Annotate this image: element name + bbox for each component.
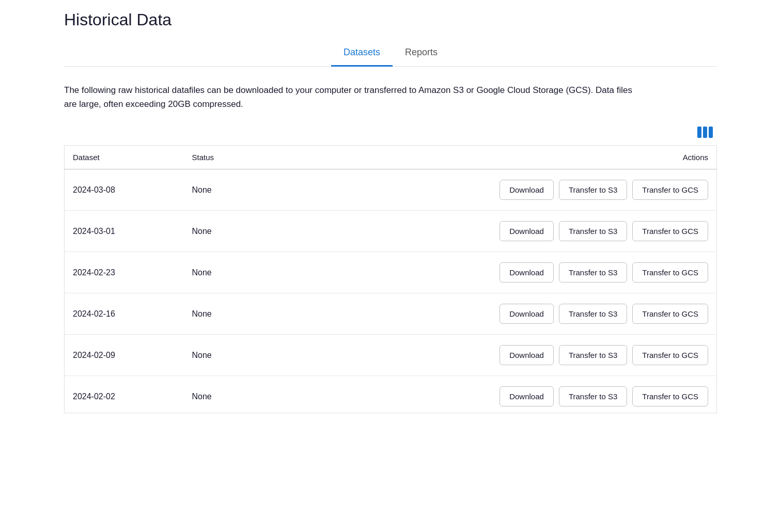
dataset-date: 2024-02-02 <box>65 376 184 413</box>
actions-cell: DownloadTransfer to S3Transfer to GCS <box>270 221 708 241</box>
dataset-date: 2024-03-01 <box>65 211 184 252</box>
transfer-gcs-button[interactable]: Transfer to GCS <box>632 304 708 324</box>
download-button[interactable]: Download <box>499 180 554 200</box>
tabs-bar: Datasets Reports <box>64 42 717 67</box>
table-header-row: Dataset Status Actions <box>65 146 717 169</box>
table-row: 2024-02-23NoneDownloadTransfer to S3Tran… <box>65 252 717 293</box>
dataset-status: None <box>183 335 261 376</box>
page-container: Historical Data Datasets Reports The fol… <box>52 0 729 424</box>
dataset-date: 2024-02-16 <box>65 293 184 335</box>
transfer-s3-button[interactable]: Transfer to S3 <box>559 345 627 365</box>
table-row: 2024-02-02NoneDownloadTransfer to S3Tran… <box>65 376 717 413</box>
download-button[interactable]: Download <box>499 262 554 283</box>
toolbar <box>64 123 717 141</box>
dataset-status: None <box>183 169 261 211</box>
transfer-s3-button[interactable]: Transfer to S3 <box>559 386 627 406</box>
col-header-status: Status <box>183 146 261 169</box>
tab-datasets[interactable]: Datasets <box>331 42 393 67</box>
transfer-s3-button[interactable]: Transfer to S3 <box>559 180 627 200</box>
download-button[interactable]: Download <box>499 386 554 406</box>
download-button[interactable]: Download <box>499 345 554 365</box>
col-header-actions: Actions <box>261 146 716 169</box>
actions-cell: DownloadTransfer to S3Transfer to GCS <box>270 345 708 365</box>
dataset-date: 2024-02-09 <box>65 335 184 376</box>
transfer-gcs-button[interactable]: Transfer to GCS <box>632 345 708 365</box>
dataset-status: None <box>183 211 261 252</box>
download-button[interactable]: Download <box>499 304 554 324</box>
tab-reports[interactable]: Reports <box>393 42 450 67</box>
table-row: 2024-02-16NoneDownloadTransfer to S3Tran… <box>65 293 717 335</box>
transfer-s3-button[interactable]: Transfer to S3 <box>559 262 627 283</box>
dataset-status: None <box>183 376 261 413</box>
table-row: 2024-03-08NoneDownloadTransfer to S3Tran… <box>65 169 717 211</box>
download-button[interactable]: Download <box>499 221 554 241</box>
actions-cell: DownloadTransfer to S3Transfer to GCS <box>270 180 708 200</box>
table-row: 2024-02-09NoneDownloadTransfer to S3Tran… <box>65 335 717 376</box>
transfer-gcs-button[interactable]: Transfer to GCS <box>632 262 708 283</box>
col-header-dataset: Dataset <box>65 146 184 169</box>
transfer-gcs-button[interactable]: Transfer to GCS <box>632 386 708 406</box>
dataset-date: 2024-03-08 <box>65 169 184 211</box>
description-text: The following raw historical datafiles c… <box>64 83 632 111</box>
transfer-gcs-button[interactable]: Transfer to GCS <box>632 180 708 200</box>
columns-toggle-button[interactable] <box>693 123 717 141</box>
transfer-s3-button[interactable]: Transfer to S3 <box>559 221 627 241</box>
actions-cell: DownloadTransfer to S3Transfer to GCS <box>270 262 708 283</box>
column-bar-2 <box>703 127 707 138</box>
transfer-s3-button[interactable]: Transfer to S3 <box>559 304 627 324</box>
page-title: Historical Data <box>64 10 717 29</box>
datasets-table: Dataset Status Actions 2024-03-08NoneDow… <box>64 145 717 413</box>
dataset-status: None <box>183 252 261 293</box>
column-bar-1 <box>697 127 701 138</box>
table-row: 2024-03-01NoneDownloadTransfer to S3Tran… <box>65 211 717 252</box>
dataset-date: 2024-02-23 <box>65 252 184 293</box>
actions-cell: DownloadTransfer to S3Transfer to GCS <box>270 386 708 406</box>
column-bar-3 <box>709 127 713 138</box>
dataset-status: None <box>183 293 261 335</box>
actions-cell: DownloadTransfer to S3Transfer to GCS <box>270 304 708 324</box>
transfer-gcs-button[interactable]: Transfer to GCS <box>632 221 708 241</box>
